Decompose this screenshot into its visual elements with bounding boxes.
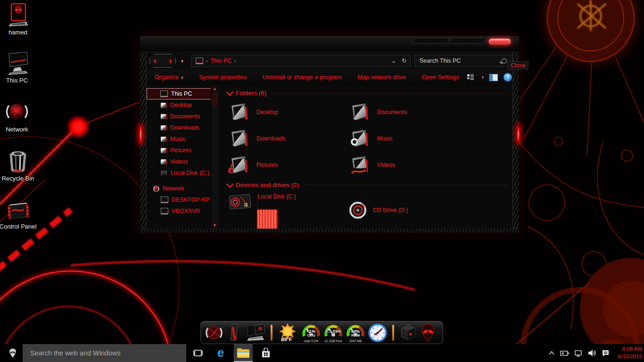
- dock-clock-widget[interactable]: [368, 323, 388, 343]
- dock-disk-gauge[interactable]: C:\ 33% 21.1GB Free: [323, 323, 343, 343]
- devices-section-header[interactable]: Devices and drives (2): [226, 181, 509, 189]
- forward-icon[interactable]: ›: [169, 57, 172, 65]
- location-icon: [196, 58, 203, 64]
- folder-icon: [228, 102, 250, 122]
- folder-item-pictures[interactable]: Pictures: [228, 154, 349, 176]
- network-globe-icon: [5, 100, 29, 124]
- preview-pane-icon[interactable]: [489, 74, 498, 81]
- collapse-chevron-icon[interactable]: [226, 89, 234, 96]
- dock-separator: [271, 325, 272, 341]
- dock-this-pc-icon[interactable]: [245, 323, 266, 343]
- drive-item-cd[interactable]: CD Drive (D:): [348, 193, 408, 227]
- start-button[interactable]: [6, 344, 20, 362]
- folder-item-music[interactable]: Music: [349, 127, 490, 149]
- edge-button[interactable]: e: [211, 344, 230, 362]
- taskbar-search-box[interactable]: [23, 344, 186, 362]
- uninstall-program-button[interactable]: Uninstall or change a program: [255, 74, 349, 81]
- desktop-icon-label: This PC: [6, 77, 28, 84]
- open-settings-button[interactable]: Open Settings: [414, 74, 467, 81]
- tree-item-this-pc[interactable]: This PC: [147, 88, 213, 99]
- dock-weather-widget[interactable]: 89°F: [277, 322, 299, 343]
- dock-alienware-icon[interactable]: [420, 323, 436, 342]
- tree-item-vboxsvr[interactable]: VBOXSVR: [147, 206, 211, 217]
- folder-item-downloads[interactable]: Downloads: [228, 127, 349, 149]
- tray-expand-icon[interactable]: [548, 351, 555, 355]
- tree-item-local-disk[interactable]: Local Disk (C:): [147, 167, 211, 179]
- action-center-icon[interactable]: [601, 349, 610, 357]
- help-icon[interactable]: ?: [504, 73, 512, 82]
- desktop-icon-recycle-bin[interactable]: Recycle Bin: [0, 150, 38, 182]
- breadcrumb-chevron[interactable]: ›: [206, 58, 208, 64]
- back-forward-control[interactable]: ‹ ›: [149, 54, 176, 68]
- tree-item-desktop[interactable]: Desktop: [147, 99, 211, 111]
- task-view-button[interactable]: [189, 344, 207, 362]
- drive-item-local-disk[interactable]: Local Disk (C:) 21.0 GB free of 31.5 GB: [228, 193, 318, 227]
- change-view-icon[interactable]: [467, 74, 474, 81]
- address-bar[interactable]: › This PC › ⌄ ↻: [191, 55, 411, 67]
- address-dropdown-icon[interactable]: ⌄: [391, 58, 396, 64]
- monitor-icon: [4, 52, 30, 75]
- close-tooltip: Close: [508, 61, 528, 70]
- tree-item-videos[interactable]: Videos: [147, 156, 211, 167]
- desktop-icon-control-panel[interactable]: Control Panel: [0, 199, 38, 230]
- dock-network-icon[interactable]: [205, 323, 223, 342]
- folder-icon: [161, 159, 167, 165]
- folder-icon: [161, 114, 167, 119]
- folder-icon: [349, 102, 371, 122]
- volume-icon[interactable]: [587, 349, 597, 357]
- folder-icon: [161, 148, 167, 153]
- organize-button[interactable]: Organize▾: [147, 74, 191, 81]
- file-explorer-button[interactable]: [234, 344, 253, 362]
- tree-item-documents[interactable]: Documents: [147, 111, 211, 122]
- battery-icon[interactable]: [559, 350, 570, 356]
- tree-scrollbar[interactable]: ▲ ▼: [211, 85, 218, 229]
- tree-item-downloads[interactable]: Downloads: [147, 122, 211, 133]
- tree-item-desktop-kpt6f[interactable]: DESKTOP-KPT6F: [147, 194, 211, 206]
- taskbar-search-input[interactable]: [29, 349, 173, 357]
- search-box[interactable]: [414, 55, 512, 67]
- folders-section-header[interactable]: Folders (6): [226, 90, 509, 97]
- map-network-drive-button[interactable]: Map network drive: [349, 74, 413, 81]
- breadcrumb-chevron[interactable]: ›: [234, 58, 236, 64]
- breadcrumb-location[interactable]: This PC: [211, 58, 231, 64]
- views-dropdown-icon[interactable]: ▾: [482, 75, 484, 80]
- search-input[interactable]: [419, 57, 496, 65]
- dock-pc-tower-icon[interactable]: [226, 323, 243, 343]
- explorer-content: This PC Desktop Documents Downloads Musi…: [147, 85, 512, 229]
- drive-name: Local Disk (C:): [257, 193, 318, 200]
- title-bar[interactable]: [140, 36, 519, 52]
- store-button[interactable]: [256, 344, 275, 362]
- back-icon[interactable]: ‹: [154, 57, 156, 65]
- desktop-icon-this-pc[interactable]: This PC: [0, 52, 37, 84]
- taskbar-clock[interactable]: 8:08 AM 8/10/2015: [611, 346, 642, 360]
- tree-item-network[interactable]: Network: [147, 183, 211, 194]
- store-icon: [261, 348, 271, 358]
- desktop-icon-network[interactable]: Network: [0, 100, 37, 133]
- folder-icon: [349, 155, 371, 175]
- folder-icon: [349, 129, 371, 148]
- navigation-bar: ‹ › ▾ › This PC › ⌄ ↻: [147, 53, 512, 69]
- refresh-icon[interactable]: ↻: [402, 58, 406, 64]
- dock-ram-gauge[interactable]: 84% RAM 2047 MB: [346, 323, 365, 343]
- recycle-bin-icon: [7, 150, 29, 173]
- dock-cpu-gauge[interactable]: <1% CPU User 0.0%: [301, 323, 321, 343]
- folder-item-desktop[interactable]: Desktop: [228, 101, 349, 123]
- folder-icon: [161, 137, 167, 142]
- folder-item-videos[interactable]: Videos: [349, 154, 490, 176]
- network-tray-icon[interactable]: [574, 350, 583, 357]
- folder-item-documents[interactable]: Documents: [349, 101, 490, 123]
- scroll-down-icon[interactable]: ▼: [211, 222, 218, 229]
- system-properties-button[interactable]: System properties: [191, 74, 255, 81]
- scrollbar-thumb[interactable]: [212, 93, 217, 106]
- dock-cube-icon[interactable]: [399, 323, 418, 343]
- tree-item-pictures[interactable]: Pictures: [147, 145, 211, 156]
- close-button[interactable]: [489, 39, 511, 44]
- desktop-icon-label: hamed: [8, 29, 27, 36]
- section-divider: [272, 93, 509, 93]
- tree-item-music[interactable]: Music: [147, 133, 211, 145]
- scroll-up-icon[interactable]: ▲: [211, 85, 218, 92]
- desktop-icon-hamed[interactable]: hamed: [0, 3, 38, 36]
- history-dropdown-icon[interactable]: ▾: [181, 58, 183, 64]
- folder-icon: [161, 103, 167, 108]
- collapse-chevron-icon[interactable]: [226, 181, 234, 188]
